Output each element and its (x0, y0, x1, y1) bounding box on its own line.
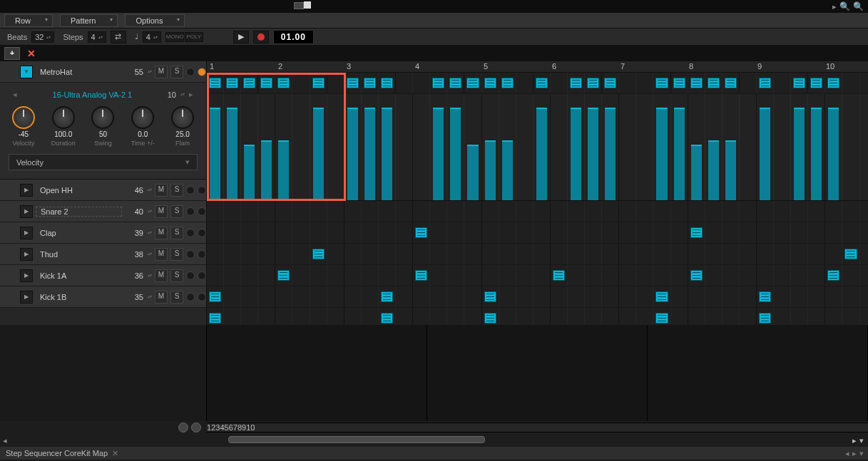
step-cell[interactable] (258, 308, 275, 325)
step-cell[interactable] (619, 308, 636, 325)
step-cell[interactable] (585, 244, 602, 264)
velocity-cell[interactable] (568, 94, 585, 200)
step-cell[interactable] (379, 73, 396, 93)
step-cell[interactable] (292, 244, 310, 264)
step-note[interactable] (673, 78, 685, 88)
velocity-bar[interactable] (571, 108, 581, 200)
step-cell[interactable] (842, 222, 859, 243)
step-cell[interactable] (207, 201, 224, 222)
step-cell[interactable] (636, 201, 653, 222)
step-cell[interactable] (671, 244, 688, 264)
step-note[interactable] (655, 313, 668, 323)
note-division[interactable]: 4▴▾ (143, 31, 161, 43)
velocity-bar[interactable] (467, 145, 478, 200)
step-note[interactable] (449, 78, 461, 88)
chevron-down-icon[interactable]: ▾ (859, 449, 864, 458)
velocity-cell[interactable] (396, 94, 413, 200)
step-cell[interactable] (499, 201, 516, 222)
step-cell[interactable] (808, 244, 825, 264)
step-cell[interactable] (636, 308, 653, 325)
step-cell[interactable] (602, 308, 619, 325)
step-cell[interactable] (362, 201, 379, 222)
footer-tab-label[interactable]: Step Sequencer CoreKit Map (6, 449, 108, 457)
step-cell[interactable] (688, 244, 705, 264)
step-cell[interactable] (275, 265, 292, 286)
step-cell[interactable] (224, 308, 241, 325)
step-note[interactable] (553, 270, 565, 281)
step-cell[interactable] (275, 73, 292, 93)
step-cell[interactable] (327, 73, 344, 93)
step-cell[interactable] (275, 222, 292, 243)
step-cell[interactable] (825, 265, 842, 286)
chevron-right-icon[interactable]: ▸ (832, 2, 837, 11)
velocity-cell[interactable] (723, 94, 740, 200)
step-cell[interactable] (499, 73, 516, 93)
arm-dot[interactable] (198, 293, 206, 301)
step-note[interactable] (484, 291, 496, 302)
expand-icon[interactable]: ▶ (20, 184, 33, 197)
track-header[interactable]: ▶Open HH46▴▾MS (0, 180, 206, 201)
velocity-cell[interactable] (791, 94, 808, 200)
mono-poly-toggle[interactable]: MONO POLY (165, 32, 203, 42)
step-cell[interactable] (671, 286, 688, 307)
step-cell[interactable] (671, 222, 688, 243)
solo-button[interactable]: S (170, 269, 183, 282)
step-note[interactable] (381, 313, 393, 323)
zoom-in-icon[interactable]: 🔍 (853, 1, 864, 11)
step-cell[interactable] (413, 244, 430, 264)
velocity-cell[interactable] (482, 94, 499, 200)
step-note[interactable] (844, 249, 857, 259)
step-cell[interactable] (705, 265, 723, 286)
step-cell[interactable] (241, 73, 258, 93)
step-cell[interactable] (482, 222, 499, 243)
step-cell[interactable] (585, 265, 602, 286)
step-cell[interactable] (705, 73, 723, 93)
step-note[interactable] (415, 270, 427, 281)
velocity-cell[interactable] (774, 94, 791, 200)
step-note[interactable] (381, 78, 393, 88)
step-cell[interactable] (653, 308, 670, 325)
velocity-cell[interactable] (619, 94, 636, 200)
step-cell[interactable] (207, 265, 224, 286)
step-cell[interactable] (671, 73, 688, 93)
velocity-bar[interactable] (485, 140, 496, 201)
velocity-cell[interactable] (207, 94, 224, 200)
step-cell[interactable] (688, 265, 705, 286)
step-note[interactable] (484, 313, 496, 323)
step-row-kick1a[interactable] (207, 286, 868, 308)
step-cell[interactable] (482, 201, 499, 222)
step-cell[interactable] (740, 73, 757, 93)
step-cell[interactable] (310, 244, 327, 264)
monitor-dot[interactable] (186, 271, 195, 280)
step-cell[interactable] (464, 222, 481, 243)
step-cell[interactable] (327, 308, 344, 325)
step-cell[interactable] (241, 244, 258, 264)
step-cell[interactable] (413, 201, 430, 222)
step-cell[interactable] (464, 308, 481, 325)
monitor-dot[interactable] (186, 68, 195, 76)
step-cell[interactable] (705, 286, 723, 307)
step-cell[interactable] (551, 222, 568, 243)
step-cell[interactable] (327, 265, 344, 286)
step-cell[interactable] (430, 244, 447, 264)
step-cell[interactable] (757, 222, 774, 243)
velocity-cell[interactable] (464, 94, 481, 200)
step-cell[interactable] (619, 286, 636, 307)
preset-slot[interactable]: 10 (168, 90, 176, 99)
scroll-thumb[interactable] (228, 436, 485, 443)
step-note[interactable] (655, 78, 668, 88)
step-cell[interactable] (842, 73, 859, 93)
step-cell[interactable] (757, 308, 774, 325)
step-cell[interactable] (327, 201, 344, 222)
bar-ruler[interactable]: 12345678910 (207, 61, 868, 73)
step-cell[interactable] (551, 73, 568, 93)
velocity-bar[interactable] (261, 140, 272, 201)
knob-swing[interactable]: 50Swing (88, 106, 118, 147)
velocity-cell[interactable] (533, 94, 551, 200)
mute-button[interactable]: M (155, 269, 168, 282)
step-cell[interactable] (464, 73, 481, 93)
expand-icon[interactable]: ▶ (20, 205, 33, 218)
solo-button[interactable]: S (170, 66, 183, 78)
step-cell[interactable] (791, 222, 808, 243)
step-note[interactable] (536, 78, 548, 88)
